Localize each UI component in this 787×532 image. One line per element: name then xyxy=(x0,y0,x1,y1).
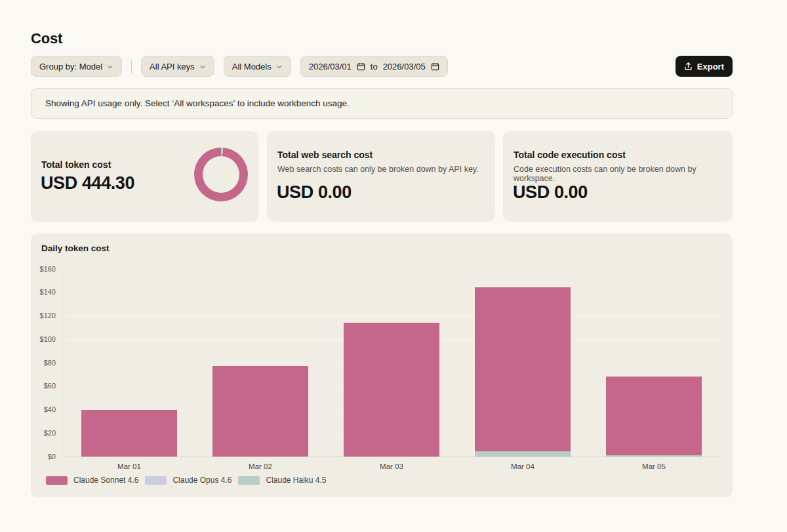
donut-hole xyxy=(203,156,239,193)
api-keys-select[interactable]: All API keys xyxy=(141,56,214,77)
group-by-select[interactable]: Group by: Model xyxy=(31,56,122,77)
card-value: USD 0.00 xyxy=(277,182,352,203)
chart-title: Daily token cost xyxy=(41,243,110,253)
export-button[interactable]: Export xyxy=(676,56,733,77)
y-axis-tick-label: $100 xyxy=(27,335,56,343)
y-axis-tick-label: $80 xyxy=(27,359,56,367)
gridline xyxy=(64,316,719,317)
gridline xyxy=(64,293,719,293)
chevron-down-icon xyxy=(107,64,113,70)
y-axis-tick-label: $60 xyxy=(27,382,56,390)
y-axis-tick-label: $20 xyxy=(27,429,56,437)
total-token-cost-card: Total token cost USD 444.30 xyxy=(31,131,258,222)
gridline xyxy=(64,269,719,270)
export-label: Export xyxy=(697,62,724,72)
chart-legend: Claude Sonnet 4.6Claude Opus 4.6Claude H… xyxy=(46,476,327,485)
x-axis-baseline xyxy=(64,457,719,457)
legend-label: Claude Haiku 4.5 xyxy=(266,476,326,485)
date-from-value[interactable]: 2026/03/01 xyxy=(309,62,352,72)
x-axis-tick-label: Mar 05 xyxy=(588,462,719,470)
bar-segment[interactable] xyxy=(606,377,702,456)
toolbar-divider xyxy=(131,60,132,73)
card-description: Code execution costs can only be broken … xyxy=(514,165,733,183)
chevron-down-icon xyxy=(199,64,206,70)
chevron-down-icon xyxy=(276,64,283,70)
legend-item: Claude Sonnet 4.6 xyxy=(46,476,138,485)
bar-segment[interactable] xyxy=(81,410,177,457)
legend-item: Claude Haiku 4.5 xyxy=(238,476,326,485)
date-range-separator: to xyxy=(369,62,379,72)
usage-banner-text: Showing API usage only. Select ‘All work… xyxy=(45,98,350,108)
daily-token-cost-chart-card: Daily token cost Claude Sonnet 4.6Claude… xyxy=(31,234,733,497)
legend-swatch xyxy=(145,476,167,485)
x-axis-tick-label: Mar 04 xyxy=(457,462,588,470)
web-search-cost-card: Total web search cost Web search costs c… xyxy=(267,131,495,222)
legend-item: Claude Opus 4.6 xyxy=(145,476,232,485)
code-execution-cost-card: Total code execution cost Code execution… xyxy=(503,131,733,222)
card-label: Total token cost xyxy=(41,159,111,170)
card-label: Total web search cost xyxy=(277,150,373,160)
export-icon xyxy=(684,62,693,71)
api-keys-label: All API keys xyxy=(150,62,195,72)
usage-banner: Showing API usage only. Select ‘All work… xyxy=(31,88,733,119)
bar-segment[interactable] xyxy=(212,366,308,457)
x-axis-tick-label: Mar 01 xyxy=(64,462,195,470)
y-axis-tick-label: $40 xyxy=(27,405,56,413)
bar-segment[interactable] xyxy=(344,323,439,457)
card-value: USD 0.00 xyxy=(513,182,588,203)
cost-page: Cost Group by: Model All API keys All Mo… xyxy=(0,0,787,532)
calendar-icon[interactable] xyxy=(431,62,439,71)
card-value: USD 444.30 xyxy=(41,173,134,194)
legend-label: Claude Opus 4.6 xyxy=(172,476,232,485)
calendar-icon[interactable] xyxy=(357,62,365,71)
bar-segment[interactable] xyxy=(475,287,571,451)
models-label: All Models xyxy=(232,62,272,72)
date-range-picker[interactable]: 2026/03/01 to 2026/03/05 xyxy=(300,56,448,77)
x-axis-tick-label: Mar 03 xyxy=(326,462,457,470)
models-select[interactable]: All Models xyxy=(224,56,291,77)
date-to-value[interactable]: 2026/03/05 xyxy=(383,62,426,72)
y-axis-tick-label: $0 xyxy=(27,453,56,460)
token-cost-donut-chart[interactable] xyxy=(194,148,248,201)
card-label: Total code execution cost xyxy=(514,150,626,160)
y-axis-tick-label: $120 xyxy=(27,312,56,319)
card-description: Web search costs can only be broken down… xyxy=(277,165,479,174)
y-axis-tick-label: $140 xyxy=(27,288,56,296)
filters-toolbar: Group by: Model All API keys All Models … xyxy=(31,56,733,77)
y-axis-tick-label: $160 xyxy=(27,265,56,273)
page-title: Cost xyxy=(31,30,62,47)
legend-swatch xyxy=(46,476,68,485)
legend-swatch xyxy=(238,476,260,485)
bar-segment[interactable] xyxy=(475,451,571,457)
legend-label: Claude Sonnet 4.6 xyxy=(73,476,138,485)
y-axis-line xyxy=(64,269,64,457)
bar-segment[interactable] xyxy=(606,455,702,457)
x-axis-tick-label: Mar 02 xyxy=(195,462,326,470)
group-by-label: Group by: Model xyxy=(39,62,102,72)
